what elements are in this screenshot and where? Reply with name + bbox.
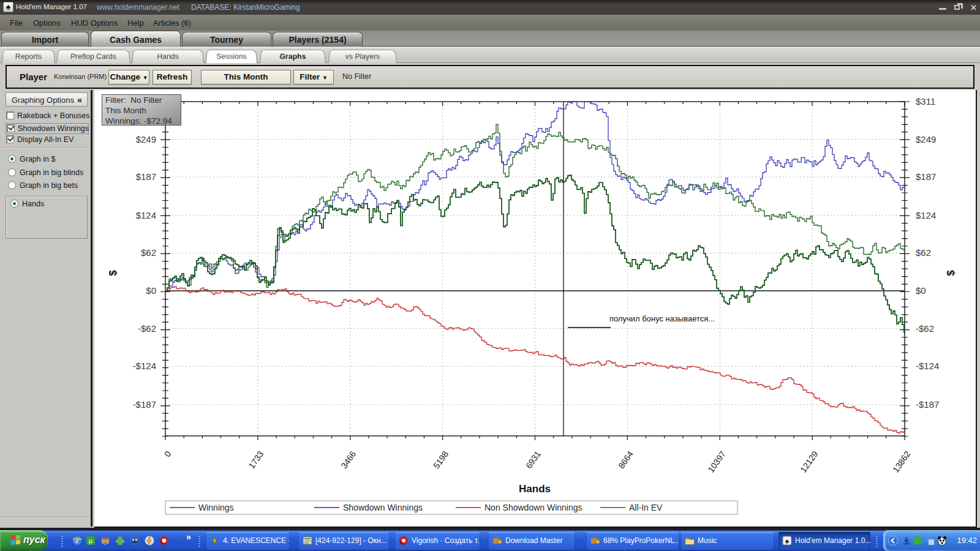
svg-text:8664: 8664: [616, 449, 635, 470]
svg-text:$124: $124: [916, 210, 936, 220]
svg-text:$249: $249: [916, 134, 936, 144]
svg-text:3466: 3466: [339, 449, 358, 470]
svg-text:$0: $0: [916, 285, 926, 296]
svg-text:$311: $311: [916, 96, 935, 107]
svg-text:получил бонус называется...: получил бонус называется...: [609, 314, 715, 323]
svg-text:$62: $62: [141, 247, 156, 258]
svg-text:µ: µ: [89, 537, 93, 544]
svg-text:All-In EV: All-In EV: [629, 503, 663, 512]
svg-text:5198: 5198: [431, 449, 450, 470]
svg-text:$: $: [945, 270, 957, 276]
svg-text:-$187: -$187: [133, 399, 156, 410]
svg-text:Non Showdown Winnings: Non Showdown Winnings: [484, 503, 582, 512]
svg-text:$124: $124: [136, 210, 156, 220]
svg-text:$187: $187: [916, 171, 936, 182]
svg-text:Hands: Hands: [519, 483, 551, 495]
svg-text:12129: 12129: [798, 449, 820, 474]
svg-text:10397: 10397: [706, 449, 728, 474]
svg-text:$62: $62: [916, 247, 931, 258]
svg-text:6931: 6931: [524, 449, 543, 470]
svg-text:$249: $249: [136, 134, 156, 144]
svg-text:e: e: [75, 536, 79, 545]
svg-text:-$62: -$62: [916, 323, 934, 334]
svg-text:$187: $187: [136, 171, 156, 182]
svg-text:0: 0: [162, 449, 173, 459]
svg-text:13862: 13862: [891, 449, 913, 474]
svg-text:♠: ♠: [785, 537, 790, 545]
svg-text:-$124: -$124: [916, 361, 939, 371]
svg-text:-$187: -$187: [916, 399, 939, 410]
svg-text:$0: $0: [146, 285, 156, 296]
svg-text:$: $: [107, 270, 119, 276]
svg-text:Winnings: Winnings: [198, 503, 234, 512]
svg-text:Showdown Winnings: Showdown Winnings: [343, 503, 423, 512]
svg-text:-$124: -$124: [133, 361, 156, 371]
svg-text:1733: 1733: [246, 449, 265, 470]
svg-text:-$62: -$62: [138, 323, 156, 334]
